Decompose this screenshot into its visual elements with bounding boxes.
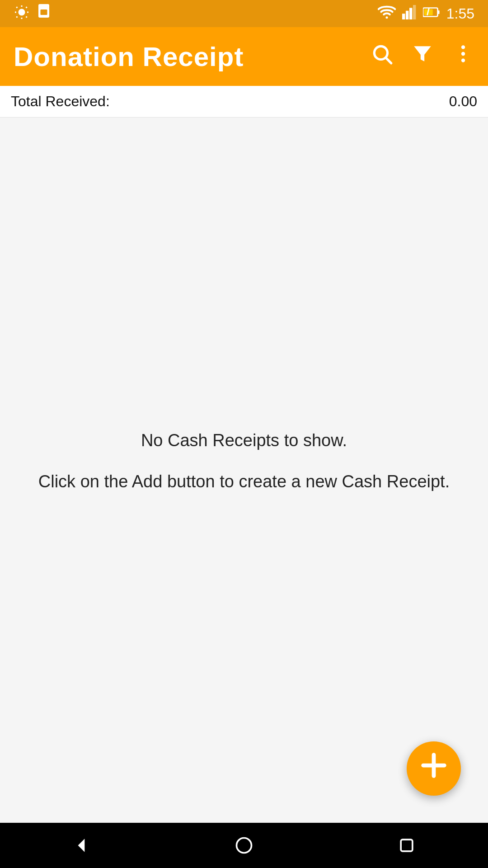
status-time: 1:55 [446,5,474,22]
total-bar: Total Received: 0.00 [0,86,488,118]
back-button[interactable] [71,835,91,855]
empty-state: No Cash Receipts to show. Click on the A… [38,427,450,495]
svg-point-0 [19,9,25,15]
recent-apps-button[interactable] [397,835,417,855]
svg-point-20 [237,838,252,853]
empty-state-line1: No Cash Receipts to show. [38,427,450,454]
app-bar: Donation Receipt [0,27,488,86]
main-content: No Cash Receipts to show. Click on the A… [0,118,488,823]
wifi-icon [378,4,396,24]
status-bar: 1:55 [0,0,488,27]
svg-rect-6 [409,8,412,19]
svg-rect-9 [437,10,439,14]
more-options-icon[interactable] [452,42,474,71]
empty-state-line2: Click on the Add button to create a new … [38,468,450,495]
add-receipt-fab[interactable] [407,741,461,796]
nav-bar [0,823,488,868]
sim-icon [37,4,51,24]
svg-point-14 [461,45,465,49]
add-icon [418,750,450,786]
search-icon[interactable] [371,42,393,71]
signal-icon [402,4,417,24]
brightness-icon [14,4,30,24]
svg-rect-2 [41,9,47,15]
app-bar-title: Donation Receipt [14,41,361,72]
total-received-label: Total Received: [11,93,110,110]
svg-rect-21 [401,840,413,851]
svg-rect-4 [402,14,405,19]
svg-marker-19 [78,839,85,852]
status-bar-left [14,4,51,24]
svg-point-15 [461,52,465,56]
total-received-value: 0.00 [449,93,477,110]
status-bar-right: 1:55 [378,4,474,24]
app-bar-actions [371,42,474,71]
filter-icon[interactable] [411,42,434,71]
svg-point-3 [385,16,388,19]
home-button[interactable] [234,835,254,855]
svg-point-16 [461,58,465,62]
svg-rect-5 [406,10,408,19]
battery-icon [423,6,440,22]
svg-line-13 [386,58,391,63]
svg-point-12 [374,46,387,59]
svg-rect-7 [413,5,416,19]
